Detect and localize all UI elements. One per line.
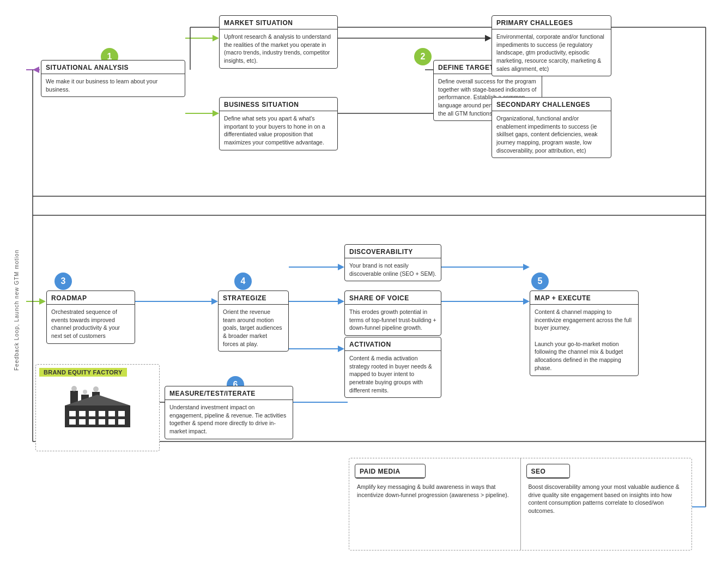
svg-marker-30: [523, 264, 530, 270]
situational-analysis-box: SITUATIONAL ANALYSIS We make it our busi…: [41, 60, 185, 97]
svg-rect-54: [108, 419, 115, 425]
secondary-challenges-content: Organizational, functional and/or enable…: [492, 111, 611, 158]
svg-marker-24: [338, 264, 344, 270]
primary-challenges-title: PRIMARY CHALLEGES: [492, 16, 611, 29]
paid-media-box: PAID MEDIA: [355, 464, 426, 479]
factory-icon: [39, 377, 156, 434]
svg-rect-47: [99, 411, 105, 416]
seo-box: SEO: [526, 464, 570, 479]
discoverability-title: DISCOVERABILITY: [345, 245, 441, 258]
paid-media-seo-container: PAID MEDIA Amplify key messaging & build…: [349, 458, 692, 550]
svg-marker-4: [213, 110, 219, 117]
svg-marker-28: [338, 346, 344, 352]
main-container: Feedback Loop, Launch new GTM motion 1 S…: [0, 0, 728, 587]
market-situation-box: MARKET SITUATION Upfront research & anal…: [219, 15, 338, 69]
discoverability-box: DISCOVERABILITY Your brand is not easily…: [344, 244, 441, 281]
svg-marker-22: [211, 298, 218, 305]
measure-iterate-content: Understand investment impact on engageme…: [165, 400, 293, 439]
map-execute-box: MAP + EXECUTE Content & channel mapping …: [530, 291, 639, 376]
activation-content: Content & media activation strategy root…: [345, 351, 441, 397]
paid-media-content: Amplify key messaging & build awareness …: [355, 483, 515, 499]
share-of-voice-box: SHARE OF VOICE This erodes growth potent…: [344, 291, 441, 336]
svg-marker-2: [213, 35, 219, 41]
brand-equity-box: BRAND EQUITY FACTORY: [35, 364, 160, 451]
market-situation-content: Upfront research & analysis to understan…: [220, 29, 337, 68]
feedback-loop-label: Feedback Loop, Launch new GTM motion: [14, 250, 20, 371]
svg-rect-48: [108, 411, 115, 416]
activation-box: ACTIVATION Content & media activation st…: [344, 337, 441, 398]
svg-rect-53: [99, 419, 105, 425]
svg-point-62: [93, 386, 99, 392]
business-situation-title: BUSINESS SITUATION: [220, 98, 337, 111]
svg-point-61: [83, 390, 87, 394]
strategize-box: STRATEGIZE Orient the revenue team aroun…: [218, 291, 289, 352]
situational-analysis-title: SITUATIONAL ANALYSIS: [41, 60, 185, 74]
svg-marker-20: [39, 298, 46, 305]
badge-5: 5: [531, 273, 549, 290]
measure-iterate-box: MEASURE/TEST/ITERATE Understand investme…: [165, 386, 293, 439]
share-of-voice-title: SHARE OF VOICE: [345, 291, 441, 305]
svg-rect-44: [69, 411, 76, 416]
svg-marker-6: [485, 35, 492, 41]
seo-title: SEO: [527, 464, 569, 478]
svg-point-60: [71, 386, 77, 391]
badge-2: 2: [414, 48, 432, 65]
measure-iterate-title: MEASURE/TEST/ITERATE: [165, 386, 293, 400]
primary-challenges-content: Environmental, corporate and/or function…: [492, 29, 611, 76]
business-situation-box: BUSINESS SITUATION Define what sets you …: [219, 97, 338, 150]
purple-arrow: [33, 66, 39, 73]
svg-rect-52: [89, 419, 95, 425]
seo-section: SEO Boost discoverability among your mos…: [521, 458, 692, 550]
svg-marker-26: [338, 298, 344, 305]
svg-rect-49: [118, 411, 125, 416]
primary-challenges-box: PRIMARY CHALLEGES Environmental, corpora…: [492, 15, 611, 76]
situational-analysis-content: We make it our business to learn about y…: [41, 74, 185, 96]
svg-marker-32: [523, 298, 530, 305]
secondary-challenges-title: SECONDARY CHALLENGES: [492, 98, 611, 111]
paid-media-title: PAID MEDIA: [355, 464, 425, 478]
business-situation-content: Define what sets you apart & what's impo…: [220, 111, 337, 150]
map-execute-title: MAP + EXECUTE: [530, 291, 638, 305]
market-situation-title: MARKET SITUATION: [220, 16, 337, 29]
badge-4: 4: [234, 273, 252, 290]
brand-equity-label: BRAND EQUITY FACTORY: [39, 368, 156, 377]
svg-rect-46: [89, 411, 95, 416]
seo-content: Boost discoverability among your most va…: [526, 483, 687, 515]
secondary-challenges-box: SECONDARY CHALLENGES Organizational, fun…: [492, 97, 611, 158]
svg-rect-45: [79, 411, 86, 416]
svg-rect-55: [118, 419, 125, 425]
activation-title: ACTIVATION: [345, 337, 441, 351]
roadmap-content: Orchestrated sequence of events towards …: [47, 305, 135, 343]
roadmap-box: ROADMAP Orchestrated sequence of events …: [46, 291, 135, 344]
paid-media-section: PAID MEDIA Amplify key messaging & build…: [349, 458, 520, 550]
svg-rect-50: [69, 419, 76, 425]
svg-rect-51: [79, 419, 86, 425]
strategize-content: Orient the revenue team around motion go…: [219, 305, 288, 351]
map-execute-content: Content & channel mapping to incentivize…: [530, 305, 638, 376]
share-of-voice-content: This erodes growth potential in terms of…: [345, 305, 441, 335]
discoverability-content: Your brand is not easily discoverable on…: [345, 258, 441, 281]
roadmap-title: ROADMAP: [47, 291, 135, 305]
badge-3: 3: [54, 273, 72, 290]
strategize-title: STRATEGIZE: [219, 291, 288, 305]
